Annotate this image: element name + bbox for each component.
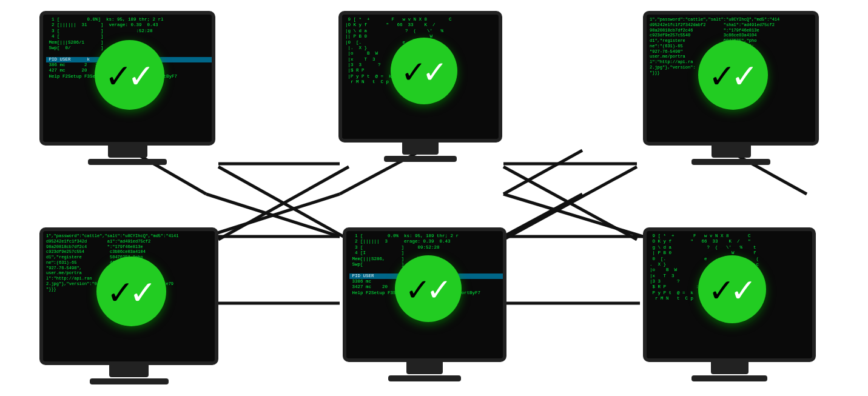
- monitor-stand: [109, 365, 149, 377]
- check-badge-top-right: ✓: [698, 40, 768, 110]
- check-badge-bottom-left: ✓: [96, 257, 166, 326]
- monitor-stand: [108, 146, 147, 158]
- monitor-bottom-center: 1 [ 0.0% ks: 95, 189 thr; 2 r 2 [|||||| …: [343, 227, 506, 381]
- monitor-base: [88, 159, 167, 165]
- monitor-top-center: 9 [ * + F w v N X 8 C |O K y f " 66 33 K…: [338, 11, 502, 162]
- monitor-base: [388, 375, 461, 381]
- check-badge-top-left: ✓: [95, 40, 164, 110]
- monitor-stand: [711, 362, 749, 374]
- monitor-stand: [406, 362, 443, 374]
- monitor-base: [691, 159, 770, 165]
- monitor-stand: [712, 146, 751, 158]
- check-badge-bottom-right: ✓: [698, 255, 766, 323]
- main-scene: 1 [ 0.0%] ks: 95, 189 thr; 2 rl 2 [|||||…: [0, 0, 868, 396]
- monitor-top-left: 1 [ 0.0%] ks: 95, 189 thr; 2 rl 2 [|||||…: [39, 11, 215, 165]
- monitor-stand: [402, 143, 439, 155]
- check-badge-bottom-center: ✓: [395, 255, 462, 322]
- monitor-bottom-left: 1","password":"cattle","salt":"u8CYIhcQ"…: [39, 227, 218, 384]
- monitor-base: [90, 378, 169, 384]
- monitor-top-right: 1","password":"cattle","salt":"u8CYIhcQ"…: [643, 11, 819, 165]
- monitor-bottom-right: 9 [ * + F w v N X 8 C O K y f " 66 33 K …: [643, 227, 816, 381]
- monitor-base: [691, 375, 767, 381]
- check-badge-top-center: ✓: [391, 38, 457, 104]
- monitor-base: [384, 156, 457, 162]
